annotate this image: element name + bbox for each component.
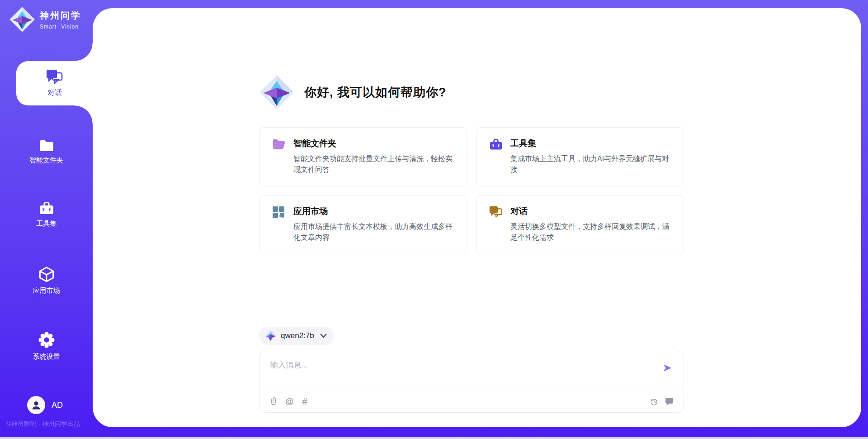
card-title: 智能文件夹 (293, 138, 455, 149)
main-panel: 你好, 我可以如何帮助你? 智能文件夹 智能文件夹功能支持批量文件上传与清洗，轻… (93, 8, 861, 427)
greeting-title: 你好, 我可以如何帮助你? (304, 84, 447, 100)
user-profile[interactable]: AD (27, 396, 63, 414)
card-smart-folder[interactable]: 智能文件夹 智能文件夹功能支持批量文件上传与清洗，轻松实现文件问答 (259, 127, 467, 186)
model-selector-row: qwen2:7b (259, 327, 684, 345)
brand-name: 神州问学 (40, 10, 81, 22)
model-logo-icon (264, 330, 277, 342)
avatar (27, 396, 45, 414)
card-title: 应用市场 (293, 205, 455, 217)
message-composer: @ # (259, 351, 684, 413)
card-body: 智能文件夹 智能文件夹功能支持批量文件上传与清洗，轻松实现文件问答 (293, 138, 455, 186)
chat-bubble-icon (665, 397, 674, 406)
card-title: 对话 (510, 205, 672, 217)
user-initials: AD (52, 401, 63, 410)
composer-toolbar: @ # (270, 390, 674, 413)
sidebar-item-settings[interactable]: 系统设置 (0, 331, 93, 361)
card-app-market[interactable]: 应用市场 应用市场提供丰富长文本模板，助力高效生成多样化文章内容 (259, 195, 467, 254)
brand-subtitle: Smart Vision (40, 24, 81, 30)
chat-bubbles-icon (46, 69, 63, 85)
brand-logo-icon (9, 6, 35, 33)
composer-tools-right (650, 397, 674, 406)
card-description: 灵活切换多模型文件，支持多样回复效果调试，满足个性化需求 (510, 221, 672, 243)
grid-icon (272, 205, 287, 254)
copyright-footer: ©神州数码 · 神州问学出品 (6, 420, 80, 428)
card-body: 对话 灵活切换多模型文件，支持多样回复效果调试，满足个性化需求 (510, 205, 672, 254)
sidebar-item-label: 对话 (47, 88, 62, 98)
card-chat[interactable]: 对话 灵活切换多模型文件，支持多样回复效果调试，满足个性化需求 (476, 195, 684, 254)
tab-notch-bottom (75, 105, 93, 124)
briefcase-icon (38, 201, 55, 215)
folder-open-icon (272, 138, 287, 186)
card-description: 智能文件夹功能支持批量文件上传与清洗，轻松实现文件问答 (293, 153, 455, 175)
briefcase-icon (489, 138, 504, 186)
sidebar-item-label: 智能文件夹 (29, 156, 63, 165)
model-selector[interactable]: qwen2:7b (259, 327, 334, 345)
main-content: 你好, 我可以如何帮助你? 智能文件夹 智能文件夹功能支持批量文件上传与清洗，轻… (259, 75, 684, 413)
gear-icon (38, 331, 55, 348)
feature-cards: 智能文件夹 智能文件夹功能支持批量文件上传与清洗，轻松实现文件问答 (259, 127, 684, 254)
mention-button[interactable]: @ (285, 396, 294, 406)
sidebar: 神州问学 Smart Vision 对话 智能文件夹 (0, 0, 93, 437)
sidebar-item-chat[interactable]: 对话 (16, 61, 93, 105)
sidebar-item-label: 应用市场 (33, 286, 60, 295)
card-description: 集成市场上主流工具，助力AI与外界无缝扩展与对接 (510, 153, 672, 175)
chat-mode-button[interactable] (665, 397, 674, 406)
assistant-logo-icon (259, 75, 294, 110)
brand: 神州问学 Smart Vision (9, 6, 81, 33)
app-window: 神州问学 Smart Vision 对话 智能文件夹 (0, 0, 868, 437)
brand-text: 神州问学 Smart Vision (40, 10, 81, 30)
greeting: 你好, 我可以如何帮助你? (259, 75, 684, 110)
sidebar-item-label: 系统设置 (33, 353, 60, 361)
card-title: 工具集 (510, 138, 672, 149)
card-body: 工具集 集成市场上主流工具，助力AI与外界无缝扩展与对接 (510, 138, 672, 186)
topic-button[interactable]: # (302, 396, 307, 407)
send-button[interactable] (662, 363, 673, 373)
attach-file-button[interactable] (270, 397, 277, 406)
sidebar-item-app-market[interactable]: 应用市场 (0, 266, 93, 295)
tab-notch-top (75, 43, 93, 61)
person-icon (31, 400, 42, 410)
history-icon (650, 397, 658, 406)
bottom-scrollbar-track[interactable] (0, 437, 868, 439)
paperclip-icon (270, 397, 277, 406)
model-name: qwen2:7b (281, 331, 314, 340)
history-button[interactable] (650, 397, 658, 406)
sidebar-item-label: 工具集 (36, 220, 57, 228)
card-description: 应用市场提供丰富长文本模板，助力高效生成多样化文章内容 (293, 221, 455, 243)
sidebar-item-smart-folder[interactable]: 智能文件夹 (0, 138, 93, 165)
send-icon (662, 363, 673, 373)
card-toolset[interactable]: 工具集 集成市场上主流工具，助力AI与外界无缝扩展与对接 (476, 127, 684, 186)
sidebar-item-toolset[interactable]: 工具集 (0, 201, 93, 228)
folder-icon (38, 138, 55, 152)
composer-tools-left: @ # (270, 396, 307, 407)
cube-icon (38, 266, 55, 282)
chevron-down-icon (320, 334, 327, 338)
chat-bubbles-icon (489, 205, 504, 254)
card-body: 应用市场 应用市场提供丰富长文本模板，助力高效生成多样化文章内容 (293, 205, 455, 254)
message-input[interactable] (259, 351, 648, 387)
